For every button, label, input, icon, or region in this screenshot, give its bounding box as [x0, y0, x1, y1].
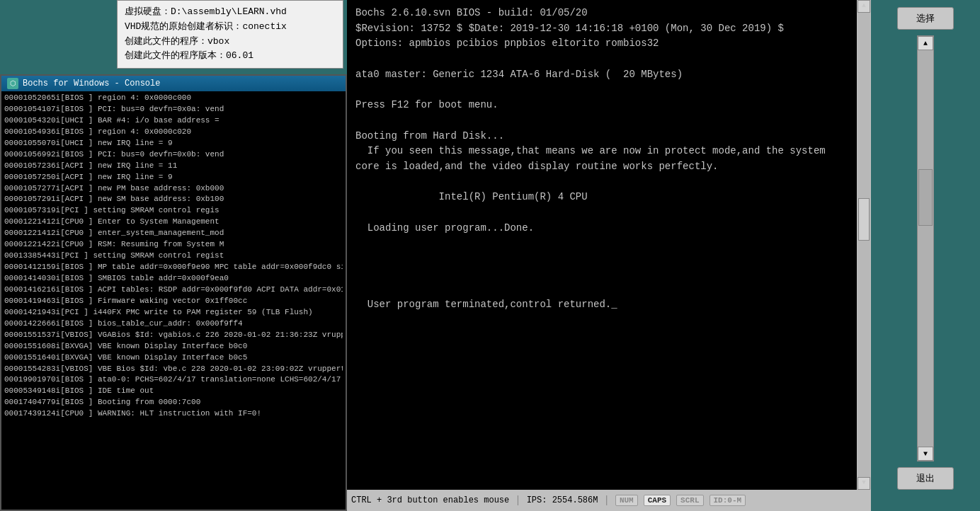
- log-line: 00001414030i[BIOS ] SMBIOS table addr=0x…: [4, 273, 343, 285]
- log-line: 00001057319i[PCI ] setting SMRAM control…: [4, 205, 343, 217]
- log-line: 00013385443i[PCI ] setting SMRAM control…: [4, 251, 343, 262]
- scrl-indicator: SCRL: [676, 495, 703, 506]
- log-line: 00001554283i[VBIOS] VBE Bios $Id: vbe.c …: [4, 364, 343, 375]
- log-line: 00001057250i[ACPI ] new IRQ line = 9: [4, 172, 343, 183]
- sep2: |: [603, 495, 609, 506]
- vga-line: Options: apmbios pcibios pnpbios eltorit…: [355, 36, 862, 52]
- log-line: 00001055070i[UHCI ] new IRQ line = 9: [4, 138, 343, 149]
- log-line: 00001221412i[CPU0 ] Enter to System Mana…: [4, 217, 343, 228]
- vga-line: core is loaded,and the video display rou…: [355, 159, 862, 175]
- log-line: 00001416216i[BIOS ] ACPI tables: RSDP ad…: [4, 285, 343, 296]
- log-line: 00001221412i[CPU0 ] enter_system_managem…: [4, 228, 343, 239]
- mouse-hint: CTRL + 3rd button enables mouse: [351, 495, 509, 505]
- vga-line: Intel(R) Pentium(R) 4 CPU: [355, 190, 862, 205]
- vga-line: [355, 82, 862, 98]
- sidebar-scrollbar: ▲ ▼: [917, 35, 934, 461]
- log-line: 00001422666i[BIOS ] bios_table_cur_addr:…: [4, 318, 343, 330]
- exit-button[interactable]: 退出: [897, 467, 954, 490]
- sep1: |: [515, 495, 520, 506]
- vga-line: [355, 205, 862, 221]
- bochs-log: 00001052065i[BIOS ] region 4: 0x0000c000…: [1, 91, 346, 510]
- scroll-track: [858, 13, 870, 477]
- log-line: 00001419463i[BIOS ] Firmware waking vect…: [4, 296, 343, 307]
- sidebar-scroll-thumb[interactable]: [918, 169, 933, 226]
- log-line: 00001551608i[BXVGA] VBE known Display In…: [4, 341, 343, 352]
- vga-line: Loading user program...Done.: [355, 221, 862, 236]
- vga-scrollbar[interactable]: ▲ ▼: [857, 0, 871, 490]
- scroll-up-btn[interactable]: ▲: [858, 0, 870, 13]
- vga-line: [355, 267, 862, 282]
- log-line: 00005349148i[BIOS ] IDE time out: [4, 386, 343, 397]
- vga-line: Bochs 2.6.10.svn BIOS - build: 01/05/20: [355, 6, 862, 21]
- bochs-title: Bochs for Windows - Console: [23, 79, 160, 88]
- log-line: 00001057277i[ACPI ] new PM base address:…: [4, 183, 343, 195]
- vga-line: User program terminated,control returned…: [355, 297, 862, 313]
- log-line: 00001221422i[CPU0 ] RSM: Resuming from S…: [4, 239, 343, 251]
- log-line: 00001412159i[BIOS ] MP table addr=0x000f…: [4, 262, 343, 273]
- vga-status: CTRL + 3rd button enables mouse | IPS: 2…: [347, 490, 871, 511]
- log-line: 00001057236i[ACPI ] new IRQ line = 11: [4, 161, 343, 172]
- bochs-title-bar: ⬡ Bochs for Windows - Console: [1, 76, 346, 91]
- info-panel: 虚拟硬盘：D:\assembly\LEARN.vhd VHD规范的原始创建者标识…: [117, 0, 343, 69]
- ips-display: IPS: 2554.586M: [527, 495, 598, 505]
- log-line: 00001551640i[BXVGA] VBE known Display In…: [4, 352, 343, 364]
- id-indicator: ID:0-M: [710, 495, 746, 506]
- vga-line: [355, 113, 862, 129]
- vga-line: [355, 175, 862, 190]
- vga-line: [355, 52, 862, 67]
- log-line: 00017404779i[BIOS ] Booting from 0000:7c…: [4, 397, 343, 408]
- caps-indicator: CAPS: [644, 495, 671, 506]
- vga-screen: Bochs 2.6.10.svn BIOS - build: 01/05/20$…: [347, 0, 871, 490]
- vga-line: [355, 236, 862, 251]
- info-line4: 创建此文件的程序版本：06.01: [125, 49, 336, 64]
- info-line3: 创建此文件的程序：vbox: [125, 35, 336, 50]
- sidebar-scroll-down[interactable]: ▼: [918, 447, 933, 461]
- scroll-down-btn[interactable]: ▼: [858, 477, 870, 490]
- log-line: 00001054320i[UHCI ] BAR #4: i/o base add…: [4, 115, 343, 127]
- log-line: 00001054107i[BIOS ] PCI: bus=0 devfn=0x0…: [4, 104, 343, 115]
- vga-line: [355, 282, 862, 297]
- sidebar-scroll-up[interactable]: ▲: [918, 36, 933, 50]
- log-line: 00001421943i[PCI ] i440FX PMC write to P…: [4, 307, 343, 318]
- vga-line: Press F12 for boot menu.: [355, 98, 862, 113]
- log-line: 00001054936i[BIOS ] region 4: 0x0000c020: [4, 127, 343, 138]
- vga-line: Booting from Hard Disk...: [355, 129, 862, 144]
- bochs-console: ⬡ Bochs for Windows - Console 0000105206…: [0, 74, 347, 511]
- info-line2: VHD规范的原始创建者标识：conectix: [125, 20, 336, 35]
- vga-line: $Revision: 13752 $ $Date: 2019-12-30 14:…: [355, 21, 862, 37]
- vga-line: ata0 master: Generic 1234 ATA-6 Hard-Dis…: [355, 67, 862, 83]
- bochs-icon: ⬡: [7, 78, 18, 89]
- vga-line: If you seen this message,that means we a…: [355, 144, 862, 159]
- log-line: 00001056992i[BIOS ] PCI: bus=0 devfn=0x0…: [4, 149, 343, 161]
- select-button[interactable]: 选择: [897, 7, 954, 30]
- log-line: 00001057291i[ACPI ] new SM base address:…: [4, 194, 343, 205]
- vga-line: [355, 251, 862, 267]
- num-indicator: NUM: [615, 495, 638, 506]
- log-line: 00001551537i[VBIOS] VGABios $Id: vgabios…: [4, 330, 343, 341]
- right-sidebar: 选择 ▲ ▼ 退出: [871, 0, 980, 511]
- log-line: 00017439124i[CPU0 ] WARNING: HLT instruc…: [4, 408, 343, 420]
- info-line1: 虚拟硬盘：D:\assembly\LEARN.vhd: [125, 5, 336, 20]
- log-line: 00019901970i[BIOS ] ata0-0: PCHS=602/4/1…: [4, 374, 343, 386]
- log-line: 00001052065i[BIOS ] region 4: 0x0000c000: [4, 93, 343, 104]
- scroll-thumb[interactable]: [858, 198, 870, 241]
- main-area: Bochs 2.6.10.svn BIOS - build: 01/05/20$…: [347, 0, 871, 511]
